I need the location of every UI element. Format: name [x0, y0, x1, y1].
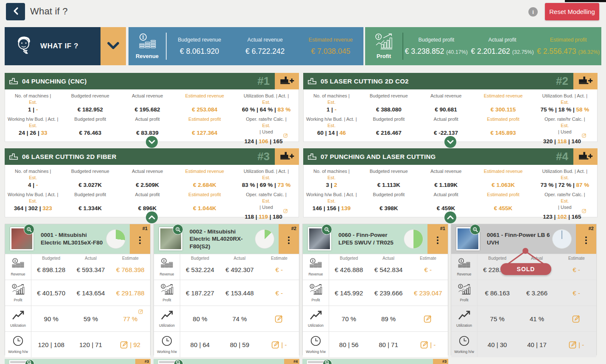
metric-value: € 195.682: [135, 106, 160, 113]
edit-estimate-icon[interactable]: [424, 314, 432, 323]
machine-metric-row: Utilization80 %74 %: [154, 306, 299, 331]
metric-icon-cell: Utilization: [5, 306, 31, 331]
metric-icon-label: Revenue: [159, 272, 174, 276]
whatif-selector: WHAT IF ?: [5, 27, 126, 65]
metric-value-cell: 75 %: [478, 306, 517, 331]
whatif-dropdown-button[interactable]: [101, 27, 126, 65]
revenue-icon: [309, 258, 322, 271]
machine-group-card: 06 LASER CUTTING 2D FIBER#3No. of machin…: [5, 148, 299, 217]
estimated-profit-value: € 2.556.473: [537, 47, 576, 56]
metric-value-cell: € 401.570: [31, 280, 71, 306]
metric-cell: Working h/w Bud. | Act. | Est.24 | 26 | …: [5, 113, 61, 144]
kebab-menu-icon[interactable]: [139, 236, 141, 238]
magnifier-icon[interactable]: [173, 224, 183, 235]
add-machine-button[interactable]: [573, 148, 598, 165]
metric-icon-label: Utilization: [159, 323, 175, 328]
metric-value: € 1.189K: [434, 182, 458, 188]
profit-icon: [11, 283, 25, 297]
magnifier-icon[interactable]: [321, 224, 332, 235]
magnifier-icon[interactable]: [24, 224, 34, 235]
group-metrics: No. of machines | Est.3 | 2Budgeted reve…: [303, 165, 598, 217]
back-button[interactable]: [6, 3, 25, 20]
machine-type-icon: [9, 77, 18, 85]
chevron-down-icon: [447, 139, 454, 145]
kebab-menu-icon[interactable]: [437, 236, 438, 238]
metric-value-cell: € 291.788: [111, 280, 150, 306]
machine-metric-row: Profit€ 401.570€ 143.654€ 291.788: [5, 280, 150, 306]
edit-estimate-icon[interactable]: [582, 133, 586, 139]
metric-value-cell: 80 | 71: [369, 332, 408, 357]
profit-icon-block: Profit: [365, 33, 402, 59]
metric-value: € 145.893: [490, 130, 516, 136]
reset-modelling-button[interactable]: Reset Modelling: [545, 3, 599, 20]
edit-estimate-icon[interactable]: [572, 314, 581, 323]
machine-metric-row: Working h/w120 | 108120 | 71 | 92: [5, 331, 150, 357]
metric-label: Estimated profit: [188, 116, 221, 129]
budgeted-revenue-value: € 8.061.920: [180, 47, 219, 56]
machine-group-card: 07 PUNCHING AND LASER CUTTING#4No. of ma…: [303, 148, 598, 217]
whatif-dashboard: What if ? i Reset Modelling WHAT IF ?: [0, 0, 606, 364]
metric-label: Budgeted profit: [74, 116, 106, 129]
metric-icon-label: Working h/w: [157, 350, 177, 354]
metric-icon-cell: Utilization: [451, 306, 478, 331]
edit-estimate-icon[interactable]: [420, 340, 429, 349]
collapse-toggle-button[interactable]: [444, 136, 456, 148]
metric-value-cell: 59 %: [71, 306, 110, 331]
edit-estimate-icon[interactable]: [138, 308, 143, 315]
add-machine-button[interactable]: [275, 148, 299, 165]
machine-rank-badge: #4: [284, 359, 299, 364]
metric-icon-cell: Revenue: [154, 254, 180, 280]
metric-icon-label: Utilization: [308, 323, 324, 328]
metric-cell: Estimated revenue€ 300.115: [474, 89, 532, 113]
budgeted-revenue: Budgeted revenue € 8.061.920: [167, 37, 232, 56]
profit-icon: [309, 283, 322, 297]
collapse-toggle-button[interactable]: [444, 211, 456, 223]
group-header: 04 PUNCHING (CNC)#1: [5, 73, 299, 89]
edit-estimate-icon[interactable]: [582, 209, 586, 214]
metric-value: € 896K: [138, 205, 157, 211]
edit-estimate-icon[interactable]: [271, 340, 280, 349]
kebab-menu-icon[interactable]: [288, 236, 290, 238]
collapse-toggle-button[interactable]: [146, 136, 158, 148]
metric-label: Estimated profit: [188, 192, 221, 204]
metric-label: Actual revenue: [132, 168, 163, 181]
metric-label: Budgeted profit: [373, 192, 405, 204]
metric-value: 3 | 2: [326, 182, 337, 188]
edit-estimate-icon[interactable]: [275, 314, 283, 323]
metric-label: Utilization Bud. | Act. | Est.: [542, 168, 588, 181]
metric-value-cell: € 86.163: [478, 280, 517, 306]
edit-estimate-icon[interactable]: [120, 340, 128, 349]
metric-icon-label: Profit: [163, 298, 171, 302]
metric-cell: No. of machines | Est.4 | -: [5, 165, 61, 188]
metric-value-cell: € 228.600: [478, 254, 517, 280]
add-machine-button[interactable]: [573, 73, 598, 89]
metric-value: € 1.063K: [492, 182, 515, 188]
edit-estimate-icon[interactable]: [569, 340, 577, 349]
metric-value: € 2.684K: [193, 182, 216, 188]
working-hours-icon: [12, 335, 24, 348]
edit-estimate-icon[interactable]: [283, 209, 288, 214]
metric-icon-cell: Profit: [5, 280, 31, 306]
collapse-toggle-button[interactable]: [146, 211, 158, 223]
metric-cell: Actual revenue€ 90.681: [418, 89, 474, 113]
machine-metric-row: Working h/w40 | 3040 | 17 | -: [451, 331, 596, 357]
utilization-icon: [310, 310, 322, 322]
metric-value: 75 % | 18 % | 58 %: [540, 106, 589, 113]
machine-title: 0001 - Mitsubishi Electric ML3015eX-F80: [41, 224, 104, 254]
machine-group-card: 05 LASER CUTTING 2D CO2#2No. of machines…: [303, 73, 598, 142]
machine-title: 0060 - Finn-Power LPE5 SWUV / TR025: [338, 224, 402, 254]
thinking-man-avatar-icon: [12, 34, 34, 58]
profit-icon: [458, 283, 471, 297]
info-icon[interactable]: i: [528, 7, 538, 17]
magnifier-icon[interactable]: [470, 224, 480, 235]
add-machine-button[interactable]: [275, 73, 299, 89]
edit-estimate-icon[interactable]: [283, 133, 288, 139]
metric-icon-label: Utilization: [10, 323, 26, 328]
machine-plus-icon: [279, 75, 295, 87]
kebab-menu-icon[interactable]: [585, 236, 587, 238]
metric-value-cell: 74 %: [220, 306, 259, 331]
metric-value-cell: € 145.992: [329, 280, 369, 306]
working-hours-icon: [161, 335, 173, 348]
metric-label: Estimated revenue: [484, 168, 523, 181]
metric-value-cell: 77 %: [111, 306, 150, 331]
